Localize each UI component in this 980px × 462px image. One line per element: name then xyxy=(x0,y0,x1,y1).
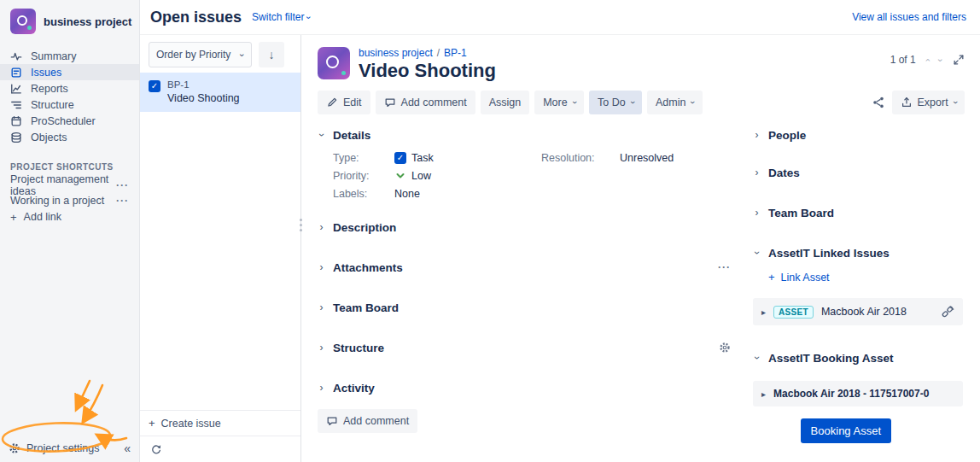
issue-list-item[interactable]: ✓ BP-1 Video Shooting xyxy=(140,73,300,112)
collapse-sidebar-button[interactable]: « xyxy=(124,442,131,455)
list-controls: Order by Priority › ↓ xyxy=(140,35,300,73)
resolution-value: Unresolved xyxy=(620,152,731,164)
grid-spacer xyxy=(620,170,731,182)
issue-header: business project / BP-1 Video Shooting 1… xyxy=(318,47,965,82)
sidebar-item-summary[interactable]: Summary xyxy=(0,48,139,64)
chevron-down-icon: › xyxy=(950,101,959,103)
jira-app: business project Summary Issues Reports … xyxy=(0,0,980,462)
share-icon xyxy=(872,96,885,109)
more-options-icon[interactable]: ··· xyxy=(116,179,129,191)
breadcrumb: business project / BP-1 xyxy=(359,47,496,59)
section-description[interactable]: › Description xyxy=(318,219,731,236)
issue-content: › Details Type: ✓ Task Resolution: Unres… xyxy=(318,126,965,443)
switch-filter-link[interactable]: Switch filter › xyxy=(252,11,311,23)
link-asset-button[interactable]: + Link Asset xyxy=(768,271,963,284)
section-attachments[interactable]: › Attachments ··· xyxy=(318,259,731,276)
section-title: Details xyxy=(333,129,370,142)
proscheduler-icon xyxy=(10,115,22,127)
edit-label: Edit xyxy=(343,96,362,108)
section-assetit-linked-issues[interactable]: › AssetIT Linked Issues xyxy=(753,244,963,261)
section-title: Structure xyxy=(333,342,384,354)
issue-list-panel: Order by Priority › ↓ ✓ BP-1 Video Shoot… xyxy=(140,35,301,462)
section-title: Attachments xyxy=(333,261,403,274)
type-value: ✓ Task xyxy=(394,152,541,164)
add-link-button[interactable]: + Add link xyxy=(0,209,139,225)
previous-issue-button[interactable]: › xyxy=(923,58,932,61)
section-assetit-booking-asset[interactable]: › AssetIT Booking Asset xyxy=(753,349,963,366)
shortcut-label: Working in a project xyxy=(10,195,104,207)
caret-right-icon[interactable]: ▸ xyxy=(761,307,766,317)
order-by-select[interactable]: Order by Priority › xyxy=(149,42,252,67)
issue-detail-panel: business project / BP-1 Video Shooting 1… xyxy=(302,35,980,462)
sidebar-item-objects[interactable]: Objects xyxy=(0,129,139,145)
refresh-button[interactable] xyxy=(150,443,162,455)
admin-button[interactable]: Admin › xyxy=(647,91,703,114)
page-header: Open issues Switch filter › View all iss… xyxy=(140,0,980,35)
plus-icon: + xyxy=(149,417,155,430)
objects-icon xyxy=(10,132,22,143)
expand-icon[interactable] xyxy=(953,54,965,66)
comment-icon xyxy=(326,415,338,427)
status-button[interactable]: To Do › xyxy=(589,91,642,114)
sidebar-item-label: Issues xyxy=(31,67,61,79)
section-dates[interactable]: › Dates xyxy=(753,164,963,181)
booking-button-row: Booking Asset xyxy=(753,418,963,443)
structure-settings-gear-icon[interactable] xyxy=(719,342,731,354)
sidebar-item-label: Summary xyxy=(31,50,76,62)
check-icon: ✓ xyxy=(151,82,158,91)
export-button[interactable]: Export › xyxy=(892,91,965,114)
breadcrumb-issue-key-link[interactable]: BP-1 xyxy=(444,47,467,59)
toolbar-right: Export › xyxy=(872,91,965,114)
attachments-more-options-icon[interactable]: ··· xyxy=(718,261,731,273)
next-issue-button[interactable]: › xyxy=(936,58,946,61)
section-title: AssetIT Booking Asset xyxy=(768,352,894,365)
sidebar-item-proscheduler[interactable]: ProScheduler xyxy=(0,113,139,129)
chevron-down-icon: › xyxy=(317,132,327,139)
linked-asset-row[interactable]: ▸ ASSET Macbook Air 2018 xyxy=(753,298,963,325)
add-comment-footer-button[interactable]: Add comment xyxy=(318,409,417,433)
create-issue-button[interactable]: + Create issue xyxy=(140,410,300,436)
sidebar-item-reports[interactable]: Reports xyxy=(0,80,139,96)
switch-filter-label: Switch filter xyxy=(252,11,304,23)
caret-right-icon[interactable]: ▸ xyxy=(761,389,766,399)
assign-button[interactable]: Assign xyxy=(481,91,530,114)
chevron-down-icon: › xyxy=(688,101,697,103)
export-label: Export xyxy=(918,96,948,108)
booking-asset-button[interactable]: Booking Asset xyxy=(801,418,891,443)
section-team-board-right[interactable]: › Team Board xyxy=(753,204,963,221)
view-all-issues-link[interactable]: View all issues and filters xyxy=(852,11,966,23)
booking-asset-row[interactable]: ▸ Macbook Air 2018 - 117517007-0 xyxy=(753,381,963,406)
avatar-dot xyxy=(27,26,32,30)
edit-button[interactable]: Edit xyxy=(318,91,370,114)
issues-icon xyxy=(10,67,22,79)
project-settings-label[interactable]: Project settings xyxy=(26,442,99,454)
section-details[interactable]: › Details xyxy=(318,126,731,143)
sidebar-item-structure[interactable]: Structure xyxy=(0,96,139,113)
issue-checkbox[interactable]: ✓ xyxy=(149,80,160,92)
issue-title: Video Shooting xyxy=(359,60,496,82)
breadcrumb-project-link[interactable]: business project xyxy=(359,47,433,59)
section-title: Dates xyxy=(768,167,800,179)
more-button[interactable]: More › xyxy=(534,91,584,114)
shortcut-working-in-a-project[interactable]: Working in a project ··· xyxy=(0,193,139,208)
section-people[interactable]: › People xyxy=(753,126,963,143)
summary-icon xyxy=(10,50,22,62)
add-link-label: Add link xyxy=(24,211,61,223)
add-comment-label: Add comment xyxy=(343,415,409,427)
sort-direction-button[interactable]: ↓ xyxy=(259,42,284,67)
section-activity[interactable]: › Activity xyxy=(318,379,731,396)
shortcut-project-management-ideas[interactable]: Project management ideas ··· xyxy=(0,178,139,193)
section-team-board[interactable]: › Team Board xyxy=(318,299,731,316)
sidebar-item-issues[interactable]: Issues xyxy=(0,64,139,80)
unlink-icon[interactable] xyxy=(941,305,954,319)
section-structure[interactable]: › Structure xyxy=(318,339,731,356)
plus-icon: + xyxy=(768,271,775,284)
share-button[interactable] xyxy=(872,96,885,109)
add-comment-button[interactable]: Add comment xyxy=(376,91,475,114)
section-title: AssetIT Linked Issues xyxy=(768,247,890,260)
more-options-icon[interactable]: ··· xyxy=(116,195,129,207)
issue-key: BP-1 xyxy=(167,79,240,90)
sidebar-item-label: Reports xyxy=(31,83,68,95)
section-title: Team Board xyxy=(768,207,834,219)
refresh-row xyxy=(140,436,300,462)
